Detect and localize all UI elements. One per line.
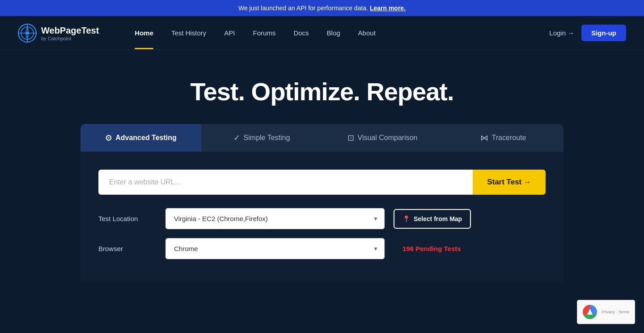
url-row: Start Test → (98, 170, 546, 195)
logo-text: WebPageTest by Catchpoint (41, 25, 99, 41)
logo[interactable]: WebPageTest by Catchpoint (18, 24, 99, 43)
tab-traceroute[interactable]: ⋈ Traceroute (443, 124, 564, 152)
tab-visual-comparison[interactable]: ⊡ Visual Comparison (322, 124, 443, 152)
main-card: ⊙ Advanced Testing ✓ Simple Testing ⊡ Vi… (80, 124, 564, 282)
nav-links: Home Test History API Forums Docs Blog A… (126, 17, 549, 49)
logo-icon (18, 24, 37, 43)
url-input[interactable] (98, 170, 473, 195)
tabs: ⊙ Advanced Testing ✓ Simple Testing ⊡ Vi… (80, 124, 564, 152)
map-pin-icon: 📍 (402, 215, 410, 222)
test-location-label: Test Location (98, 215, 157, 222)
announcement-text: We just launched an API for performance … (238, 4, 368, 12)
svg-point-4 (26, 32, 29, 34)
signup-button[interactable]: Sign-up (581, 25, 626, 41)
browser-select[interactable]: Chrome Firefox Safari Edge (165, 238, 385, 259)
nav-home[interactable]: Home (126, 17, 162, 49)
hero-section: Test. Optimize. Repeat. (0, 50, 644, 124)
announcement-bar: We just launched an API for performance … (0, 0, 644, 16)
logo-sub: by Catchpoint (41, 36, 99, 41)
select-from-map-button[interactable]: 📍 Select from Map (394, 209, 471, 229)
nav-about[interactable]: About (349, 17, 385, 49)
tab-traceroute-label: Traceroute (492, 134, 526, 142)
recaptcha-logo-icon (583, 305, 597, 319)
nav-docs[interactable]: Docs (284, 17, 318, 49)
announcement-link[interactable]: Learn more. (370, 4, 406, 12)
pending-tests-badge: 196 Pending Tests (402, 245, 461, 252)
browser-label: Browser (98, 245, 157, 252)
browser-select-wrap: Chrome Firefox Safari Edge ▼ (165, 238, 385, 259)
visual-comparison-icon: ⊡ (347, 133, 354, 143)
tab-advanced-testing-label: Advanced Testing (115, 134, 177, 142)
recaptcha-widget: Privacy - Terms (577, 300, 635, 324)
nav-blog[interactable]: Blog (318, 17, 349, 49)
tab-content: Start Test → Test Location Virginia - EC… (80, 152, 564, 282)
navbar: WebPageTest by Catchpoint Home Test Hist… (0, 16, 644, 50)
advanced-testing-icon: ⊙ (105, 133, 112, 143)
test-location-select-wrap: Virginia - EC2 (Chrome,Firefox) Californ… (165, 208, 385, 229)
hero-title: Test. Optimize. Repeat. (9, 77, 635, 106)
nav-api[interactable]: API (215, 17, 244, 49)
nav-forums[interactable]: Forums (244, 17, 285, 49)
nav-test-history[interactable]: Test History (162, 17, 215, 49)
tab-visual-comparison-label: Visual Comparison (358, 134, 418, 142)
nav-auth: Login → Sign-up (549, 25, 626, 41)
start-test-button[interactable]: Start Test → (473, 170, 546, 195)
test-location-select[interactable]: Virginia - EC2 (Chrome,Firefox) Californ… (165, 208, 385, 229)
select-from-map-label: Select from Map (414, 215, 462, 222)
tab-simple-testing[interactable]: ✓ Simple Testing (201, 124, 322, 152)
tab-simple-testing-label: Simple Testing (244, 134, 290, 142)
tab-advanced-testing[interactable]: ⊙ Advanced Testing (80, 124, 201, 152)
browser-row: Browser Chrome Firefox Safari Edge ▼ 196… (98, 238, 546, 259)
traceroute-icon: ⋈ (480, 133, 488, 143)
simple-testing-icon: ✓ (233, 133, 240, 143)
logo-title: WebPageTest (41, 25, 99, 36)
login-button[interactable]: Login → (549, 29, 574, 37)
recaptcha-text: Privacy - Terms (602, 310, 629, 314)
test-location-row: Test Location Virginia - EC2 (Chrome,Fir… (98, 208, 546, 229)
